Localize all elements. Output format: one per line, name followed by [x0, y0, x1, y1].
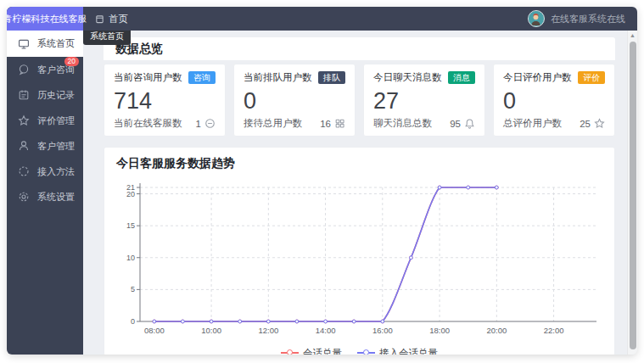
chat-icon [18, 64, 30, 75]
stat-card-title: 今日评价用户数 [503, 71, 572, 84]
monitor-icon [18, 38, 30, 50]
grid-icon [334, 118, 345, 129]
svg-text:22:00: 22:00 [544, 326, 564, 335]
sidebar: 系统首页 客户咨询 20 历史记录 评价管理 客户管理 接入方法 [7, 31, 83, 355]
stat-footer-label: 当前在线客服数 [114, 117, 182, 130]
stat-footer-value: 1 [196, 119, 201, 129]
stat-card-messages: 今日聊天消息数 消息 27 聊天消息总数 95 [363, 64, 485, 137]
stat-footer-value: 16 [320, 119, 331, 129]
stat-card-queue: 当前排队用户数 排队 0 接待总用户数 16 [233, 64, 356, 137]
trend-chart: 051015202108:0010:0012:0014:0016:0018:00… [116, 179, 604, 345]
stat-footer-value: 95 [450, 119, 461, 129]
overview-title: 数据总览 [104, 37, 615, 60]
svg-text:18:00: 18:00 [429, 326, 450, 335]
svg-text:15: 15 [126, 221, 135, 230]
stat-card-ratings: 今日评价用户数 评价 0 总评价用户数 25 [493, 64, 615, 137]
sidebar-item-label: 客户管理 [37, 140, 75, 153]
sidebar-item-customer-consult[interactable]: 客户咨询 20 [7, 57, 83, 82]
svg-text:08:00: 08:00 [144, 326, 165, 335]
stat-cards-row: 当前咨询用户数 咨询 714 当前在线客服数 1 当前排队用户数 [104, 64, 615, 137]
unread-badge: 20 [64, 57, 79, 66]
content: 系统首页 数据总览 当前咨询用户数 咨询 714 当前在线客服数 1 [83, 31, 637, 355]
sidebar-item-rating-mgmt[interactable]: 评价管理 [7, 108, 83, 133]
legend-marker [357, 349, 375, 355]
legend-label: 接入会话总量 [379, 347, 438, 355]
stat-tag: 消息 [448, 71, 475, 84]
legend-marker [281, 349, 299, 355]
stat-card-title: 当前排队用户数 [244, 71, 312, 84]
chart-legend: 会话总量 接入会话总量 [116, 345, 602, 355]
stat-tag: 评价 [578, 71, 605, 84]
gear-icon [18, 191, 30, 203]
sidebar-item-customer-mgmt[interactable]: 客户管理 [7, 133, 83, 159]
stat-card-title: 当前咨询用户数 [114, 71, 182, 84]
sidebar-item-access-method[interactable]: 接入方法 [7, 159, 83, 184]
svg-text:16:00: 16:00 [372, 326, 393, 335]
sidebar-item-label: 历史记录 [37, 89, 75, 102]
svg-text:10: 10 [126, 254, 135, 262]
sidebar-item-history[interactable]: 历史记录 [7, 82, 83, 108]
scrollbar-up-arrow[interactable]: ▲ [628, 31, 637, 41]
content-scrollbar[interactable]: ▲ [627, 31, 637, 355]
app-window: 青柠檬科技在线客服 首页 在线客服系统在线 系统首页 [7, 7, 637, 355]
svg-text:21: 21 [126, 183, 135, 192]
legend-label: 会话总量 [303, 347, 342, 355]
sidebar-item-label: 接入方法 [37, 165, 75, 178]
bell-icon [464, 118, 475, 129]
stat-value: 27 [373, 88, 475, 114]
stat-footer-value: 25 [580, 119, 591, 129]
stat-value: 714 [114, 88, 216, 114]
nav-tab-home[interactable]: 首页 [95, 13, 128, 25]
sidebar-item-label: 系统设置 [37, 191, 75, 204]
tag-icon [204, 118, 216, 129]
stat-footer-label: 聊天消息总数 [373, 117, 432, 130]
avatar-icon [529, 11, 543, 25]
svg-text:10:00: 10:00 [201, 326, 221, 335]
chart-title: 今日客服服务数据趋势 [116, 156, 602, 171]
legend-item-connected-sessions-total[interactable]: 接入会话总量 [357, 347, 438, 355]
online-status: 在线客服系统在线 [551, 13, 625, 25]
history-icon [18, 89, 30, 101]
svg-text:20:00: 20:00 [486, 326, 507, 335]
access-icon [18, 165, 30, 177]
sidebar-item-label: 系统首页 [37, 37, 75, 50]
avatar[interactable] [528, 10, 545, 27]
stat-value: 0 [244, 88, 345, 114]
stat-card-title: 今日聊天消息数 [373, 71, 442, 84]
top-header: 青柠檬科技在线客服 首页 在线客服系统在线 [7, 7, 637, 31]
stat-value: 0 [503, 88, 605, 114]
app-logo: 青柠檬科技在线客服 [7, 7, 83, 31]
nav-tab-label: 首页 [109, 13, 128, 25]
sidebar-item-label: 评价管理 [37, 114, 75, 127]
user-icon [18, 140, 30, 152]
svg-text:5: 5 [131, 285, 135, 293]
sidebar-item-system-settings[interactable]: 系统设置 [7, 184, 83, 209]
scrollbar-thumb[interactable] [630, 42, 636, 349]
svg-text:14:00: 14:00 [316, 326, 336, 335]
legend-item-sessions-total[interactable]: 会话总量 [281, 347, 342, 355]
home-tab-icon [95, 14, 104, 24]
chart-panel: 今日客服服务数据趋势 051015202108:0010:0012:0014:0… [104, 147, 615, 355]
svg-text:0: 0 [131, 317, 135, 326]
star-icon [594, 118, 605, 129]
stat-card-consulting: 当前咨询用户数 咨询 714 当前在线客服数 1 [104, 64, 226, 137]
stat-tag: 咨询 [188, 71, 216, 84]
star-icon [18, 114, 30, 126]
stat-footer-label: 总评价用户数 [503, 117, 562, 130]
stat-footer-label: 接待总用户数 [244, 117, 302, 130]
svg-text:12:00: 12:00 [258, 326, 278, 335]
tooltip-system-home: 系统首页 [83, 31, 131, 45]
sidebar-item-system-home[interactable]: 系统首页 [7, 31, 83, 57]
stat-tag: 排队 [318, 71, 345, 84]
